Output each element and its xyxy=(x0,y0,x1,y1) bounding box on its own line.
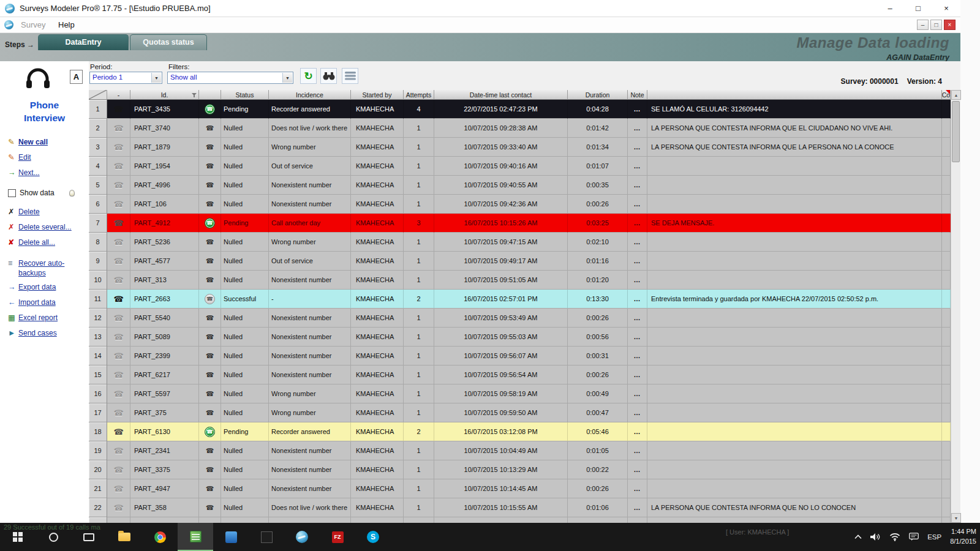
table-row[interactable]: 21☎PART_4947☎NulledNonexistent numberKMA… xyxy=(89,479,951,498)
refresh-button[interactable]: ↻ xyxy=(300,68,317,84)
language-indicator[interactable]: ESP xyxy=(927,533,941,541)
table-row[interactable]: 15☎PART_6217☎NulledNonexistent numberKMA… xyxy=(89,365,951,384)
app-blue-icon[interactable] xyxy=(213,523,249,551)
tab-dataentry[interactable]: DataEntry xyxy=(38,34,129,50)
sidebar-link-excel-report[interactable]: ▦Excel report xyxy=(8,313,86,324)
note-button[interactable]: … xyxy=(634,162,641,170)
note-button[interactable]: … xyxy=(634,371,641,378)
note-button[interactable]: … xyxy=(634,143,641,151)
sidebar-link-export-data[interactable]: →Export data xyxy=(8,282,86,293)
table-row[interactable]: 8☎PART_5236☎NulledWrong numberKMAHECHA11… xyxy=(89,233,951,252)
sidebar-link-new-call[interactable]: ✎New call xyxy=(8,137,86,148)
sidebar-link-send-cases[interactable]: ►Send cases xyxy=(8,328,86,339)
steps-label[interactable]: Steps → xyxy=(5,40,34,49)
menu-help[interactable]: Help xyxy=(58,17,75,33)
table-row[interactable]: 11☎PART_2663☎Successful-KMAHECHA216/07/2… xyxy=(89,290,951,309)
column-header-col3[interactable] xyxy=(199,90,221,100)
menu-survey[interactable]: Survey xyxy=(21,17,45,33)
sidebar-link-import-data[interactable]: ←Import data xyxy=(8,298,86,309)
column-header-col11[interactable] xyxy=(647,90,942,100)
file-explorer-icon[interactable] xyxy=(107,523,142,551)
note-button[interactable]: … xyxy=(634,485,641,492)
table-row[interactable]: 4☎PART_1954☎NulledOut of serviceKMAHECHA… xyxy=(89,157,951,176)
table-row[interactable]: 17☎PART_375☎NulledWrong numberKMAHECHA11… xyxy=(89,403,951,422)
maximize-button[interactable]: □ xyxy=(904,0,932,17)
sidebar-link-delete-all[interactable]: ✘Delete all... xyxy=(8,238,86,249)
note-button[interactable]: … xyxy=(634,238,641,246)
note-button[interactable]: … xyxy=(634,276,641,283)
terminal-icon[interactable] xyxy=(249,523,284,551)
table-row[interactable]: 22☎PART_358☎NulledDoes not live / work t… xyxy=(89,498,951,517)
tab-quotas-status[interactable]: Quotas status xyxy=(130,34,207,50)
sidebar-link-delete[interactable]: ✗Delete xyxy=(8,207,86,218)
table-row[interactable]: 10☎PART_313☎NulledNonexistent numberKMAH… xyxy=(89,271,951,290)
column-header-note[interactable]: Note xyxy=(628,90,647,100)
filter-funnel-icon[interactable] xyxy=(192,93,197,97)
column-header-date-time-last-contact[interactable]: Date-time last contact xyxy=(434,90,568,100)
sidebar-link-recover-auto-backups[interactable]: ≡Recover auto-backups xyxy=(8,258,86,278)
table-row[interactable]: 18☎PART_6130☎PendingRecorder answeredKMA… xyxy=(89,422,951,441)
vertical-scrollbar[interactable]: ▲ ▼ xyxy=(951,90,960,523)
search-button[interactable] xyxy=(36,523,71,551)
column-header-attempts[interactable]: Attempts xyxy=(404,90,434,100)
column-header-[interactable]: - xyxy=(107,90,130,100)
chevron-down-icon[interactable]: ▼ xyxy=(282,73,292,83)
note-button[interactable]: … xyxy=(634,105,641,113)
table-row[interactable]: 13☎PART_5089☎NulledNonexistent numberKMA… xyxy=(89,328,951,347)
table-row[interactable]: 1☎PART_3435☎PendingRecorder answeredKMAH… xyxy=(89,100,951,119)
scroll-up-arrow[interactable]: ▲ xyxy=(951,90,961,100)
table-row[interactable]: 2☎PART_3740☎NulledDoes not live / work t… xyxy=(89,119,951,138)
table-row[interactable]: 5☎PART_4996☎NulledNonexistent numberKMAH… xyxy=(89,176,951,195)
filezilla-icon[interactable]: FZ xyxy=(320,523,355,551)
mdi-close-button[interactable]: × xyxy=(944,20,956,30)
volume-icon[interactable] xyxy=(870,533,881,541)
tray-chevron-icon[interactable] xyxy=(854,534,862,539)
note-button[interactable]: … xyxy=(634,466,641,473)
column-header-started-by[interactable]: Started by xyxy=(351,90,404,100)
skype-icon[interactable]: S xyxy=(355,523,391,551)
note-button[interactable]: … xyxy=(634,181,641,189)
note-button[interactable]: … xyxy=(634,333,641,340)
note-button[interactable]: … xyxy=(634,314,641,321)
note-button[interactable]: … xyxy=(634,257,641,264)
note-button[interactable]: … xyxy=(634,504,641,511)
minimize-button[interactable]: – xyxy=(876,0,904,17)
column-header-duration[interactable]: Duration xyxy=(568,90,628,100)
table-row[interactable]: 12☎PART_5540☎NulledNonexistent numberKMA… xyxy=(89,309,951,328)
clock[interactable]: 1:44 PM 8/1/2015 xyxy=(950,527,976,547)
start-button[interactable] xyxy=(0,523,36,551)
table-row[interactable]: 19☎PART_2341☎NulledNonexistent numberKMA… xyxy=(89,441,951,460)
note-button[interactable]: … xyxy=(634,409,641,416)
chevron-down-icon[interactable]: ▼ xyxy=(151,73,161,83)
surveys-modeler-icon[interactable] xyxy=(178,523,213,551)
show-records-button[interactable] xyxy=(342,68,358,84)
show-data-checkbox[interactable] xyxy=(8,189,16,197)
table-row[interactable]: 20☎PART_3375☎NulledNonexistent numberKMA… xyxy=(89,460,951,479)
close-button[interactable]: × xyxy=(932,0,960,17)
autodial-button[interactable]: A xyxy=(70,70,83,84)
find-button[interactable] xyxy=(320,68,337,84)
sidebar-link-next[interactable]: →Next... xyxy=(8,168,86,179)
note-button[interactable]: … xyxy=(634,447,641,454)
notifications-icon[interactable] xyxy=(909,533,919,541)
sidebar-link-delete-several[interactable]: ✗Delete several... xyxy=(8,222,86,233)
table-row[interactable]: 23 xyxy=(89,517,951,523)
column-header-col0[interactable] xyxy=(89,90,107,100)
note-button[interactable]: … xyxy=(634,295,641,302)
column-header-id[interactable]: Id. xyxy=(130,90,199,100)
wifi-icon[interactable] xyxy=(889,533,900,541)
note-button[interactable]: … xyxy=(634,219,641,227)
table-row[interactable]: 3☎PART_1879☎NulledWrong numberKMAHECHA11… xyxy=(89,138,951,157)
period-select[interactable]: Periodo 1 ▼ xyxy=(89,72,162,84)
mdi-minimize-button[interactable]: – xyxy=(917,20,929,30)
scrollbar-thumb[interactable] xyxy=(952,101,960,162)
table-row[interactable]: 9☎PART_4577☎NulledOut of serviceKMAHECHA… xyxy=(89,252,951,271)
note-button[interactable]: … xyxy=(634,428,641,435)
table-row[interactable]: 14☎PART_2399☎NulledNonexistent numberKMA… xyxy=(89,347,951,365)
note-button[interactable]: … xyxy=(634,124,641,132)
note-button[interactable]: … xyxy=(634,390,641,397)
note-button[interactable]: … xyxy=(634,200,641,208)
table-row[interactable]: 16☎PART_5597☎NulledWrong numberKMAHECHA1… xyxy=(89,384,951,403)
column-header-status[interactable]: Status xyxy=(221,90,269,100)
modeler-globe-icon[interactable] xyxy=(284,523,320,551)
